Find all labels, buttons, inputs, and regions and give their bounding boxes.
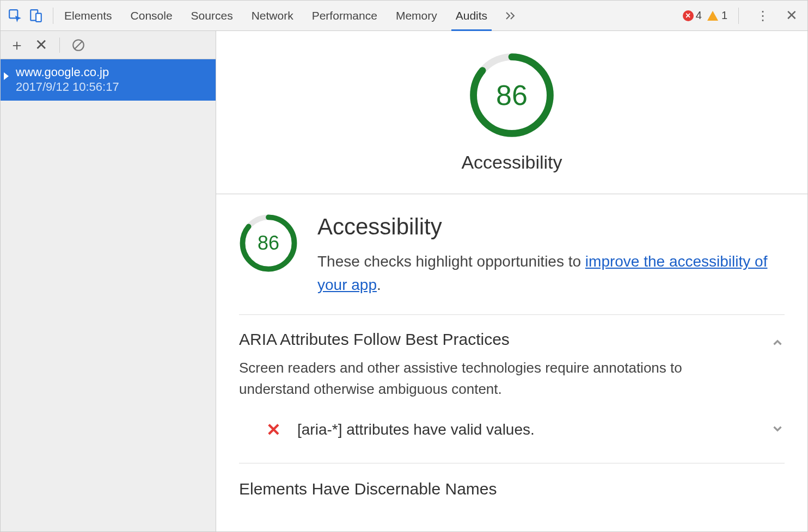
divider: [738, 8, 739, 24]
close-devtools-icon[interactable]: ✕: [781, 7, 802, 24]
new-audit-button[interactable]: ＋: [7, 35, 27, 55]
section-description: These checks highlight opportunities to …: [317, 250, 785, 297]
section-title: Accessibility: [317, 214, 785, 240]
score-value: 86: [468, 52, 555, 139]
section-score-gauge: 86: [239, 214, 298, 273]
audit-title: www.google.co.jp: [16, 65, 200, 80]
devtools-topbar: Elements Console Sources Network Perform…: [1, 1, 807, 31]
audit-list-item[interactable]: www.google.co.jp 2017/9/12 10:56:17: [1, 59, 216, 101]
expand-arrow-icon: [4, 72, 9, 80]
accessibility-section: 86 Accessibility These checks highlight …: [216, 194, 807, 498]
warning-icon: [707, 11, 718, 21]
group-aria-desc: Screen readers and other assistive techn…: [239, 357, 718, 400]
check-label: [aria-*] attributes have valid values.: [297, 421, 535, 438]
divider: [59, 38, 60, 53]
section-desc-post: .: [377, 276, 381, 293]
error-badge[interactable]: × 4: [683, 9, 702, 22]
fail-icon: ✕: [266, 419, 281, 440]
svg-line-4: [75, 41, 82, 48]
tab-sources[interactable]: Sources: [190, 1, 234, 30]
score-label: Accessibility: [461, 152, 562, 173]
group-names-title: Elements Have Discernable Names: [239, 480, 785, 498]
audit-check-row[interactable]: ✕ [aria-*] attributes have valid values.: [239, 415, 535, 444]
audit-report: 86 Accessibility 86 Accessibility: [216, 31, 807, 531]
audit-date: 2017/9/12 10:56:17: [16, 80, 200, 94]
devtools-tabs: Elements Console Sources Network Perform…: [63, 1, 488, 30]
device-toggle-icon[interactable]: [27, 7, 45, 25]
inspect-icon[interactable]: [6, 7, 25, 25]
tab-network[interactable]: Network: [250, 1, 295, 30]
divider: [53, 8, 53, 24]
more-tabs-icon[interactable]: [504, 9, 517, 22]
tab-elements[interactable]: Elements: [63, 1, 113, 30]
audits-sidebar: ＋ ✕ www.google.co.jp 2017/9/12 10:56:17: [1, 31, 216, 531]
kebab-menu-icon[interactable]: ⋮: [750, 8, 776, 23]
tab-performance[interactable]: Performance: [311, 1, 378, 30]
clear-audits-button[interactable]: [69, 35, 88, 55]
remove-audit-button[interactable]: ✕: [31, 35, 51, 55]
warning-count: 1: [721, 9, 727, 22]
collapse-icon[interactable]: [770, 336, 785, 352]
svg-rect-2: [36, 13, 41, 21]
tab-console[interactable]: Console: [130, 1, 174, 30]
section-desc-pre: These checks highlight opportunities to: [317, 253, 585, 270]
tab-audits[interactable]: Audits: [455, 1, 488, 30]
group-aria-title: ARIA Attributes Follow Best Practices: [239, 330, 510, 349]
sidebar-toolbar: ＋ ✕: [1, 31, 216, 59]
error-count: 4: [696, 9, 702, 22]
expand-icon[interactable]: [770, 422, 785, 438]
warning-badge[interactable]: 1: [707, 9, 727, 22]
score-hero: 86 Accessibility: [216, 31, 807, 194]
score-gauge: 86: [468, 52, 555, 139]
section-score-value: 86: [239, 214, 298, 273]
error-icon: ×: [683, 10, 694, 21]
divider: [239, 463, 785, 463]
tab-memory[interactable]: Memory: [395, 1, 438, 30]
